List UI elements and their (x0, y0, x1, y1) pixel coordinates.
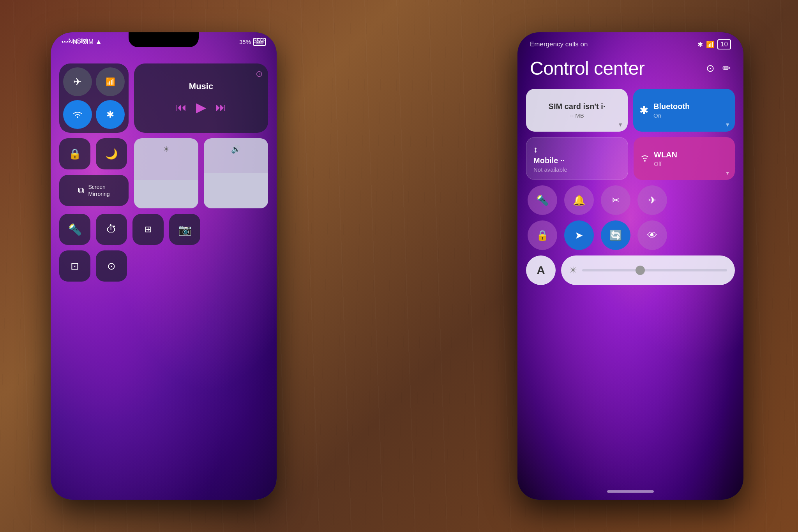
iphone-middle-section: 🔒 🌙 ⧉ ScreenMirroring (59, 138, 268, 208)
iphone-top-row: ✈ 📶 ✱ (59, 63, 268, 133)
screen-mirroring-button[interactable]: ⧉ ScreenMirroring (59, 175, 129, 206)
bluetooth-tile-icon: ✱ (639, 104, 648, 117)
calculator-icon: ⊞ (145, 224, 152, 234)
iphone-control-center: ✈ 📶 ✱ (59, 63, 268, 282)
android-controls: SIM card isn't i· -- MB ▼ ✱ Bluetooth On… (526, 89, 735, 291)
android-control-center-title-row: Control center ⊙ ✏ (530, 58, 731, 79)
wlan-icon (640, 152, 650, 165)
android-statusbar: Emergency calls on ✱ 📶 10 (517, 39, 743, 49)
wlan-label: WLAN (654, 150, 677, 159)
play-button[interactable]: ▶ (196, 99, 206, 115)
timer-icon: ⏱ (106, 223, 117, 236)
emergency-calls-label: Emergency calls on (530, 41, 588, 48)
android-flashlight-button[interactable]: 🔦 (528, 185, 557, 215)
mobile-sublabel: Not available (533, 166, 621, 173)
iphone-notch (129, 32, 199, 47)
brightness-icon: ☀ (569, 265, 577, 276)
qr-scanner-icon: ⊡ (71, 260, 79, 272)
airplay-icon: ⊙ (256, 69, 263, 79)
bluetooth-arrow-icon: ▼ (725, 122, 730, 128)
wlan-sublabel: Off (654, 160, 677, 167)
bluetooth-button[interactable]: ✱ (96, 100, 125, 129)
android-accessibility-button[interactable]: A (526, 255, 556, 285)
bluetooth-label-group: Bluetooth On (653, 102, 690, 119)
music-block: ⊙ Music ⏮ ▶ ⏭ (134, 63, 268, 133)
android-tile-row-2: ↕ Mobile ·· Not available WLAN Off ▼ (526, 137, 735, 180)
calculator-button[interactable]: ⊞ (132, 214, 164, 245)
do-not-disturb-button[interactable]: 🌙 (96, 138, 127, 169)
android-scissors-icon: ✂ (611, 194, 620, 206)
iphone-device: .... No SIM 35% •••• No SIM ▲ 35% (51, 32, 277, 500)
screen-mirroring-label: ScreenMirroring (88, 183, 109, 197)
iphone-signal-area: •••• No SIM ▲ (62, 38, 102, 46)
music-controls: ⏮ ▶ ⏭ (176, 99, 226, 115)
android-quick-row-1: 🔦 🔔 ✂ ✈ (526, 185, 735, 215)
android-screen: Emergency calls on ✱ 📶 10 Control center… (517, 32, 743, 500)
cellular-icon: 📶 (106, 77, 115, 86)
android-eye-icon: 👁 (647, 229, 657, 241)
screen-record-button[interactable]: ⊙ (96, 250, 127, 282)
camera-icon: 📷 (178, 223, 192, 236)
android-bottom-row: A ☀ (526, 255, 735, 285)
iphone-bottom-rows: 🔦 ⏱ ⊞ 📷 ⊡ (59, 214, 268, 282)
android-lock-icon: 🔒 (536, 229, 549, 241)
android-quick-row-2: 🔒 ➤ 🔄 👁 (526, 220, 735, 250)
android-eye-button[interactable]: 👁 (637, 220, 667, 250)
music-title: Music (189, 81, 213, 92)
wlan-label-group: WLAN Off (654, 150, 677, 167)
android-airplane-icon: ✈ (648, 194, 657, 206)
qr-scanner-button[interactable]: ⊡ (59, 250, 90, 282)
sliders-block: ☀ 🔊 (134, 138, 268, 208)
android-tile-row-1: SIM card isn't i· -- MB ▼ ✱ Bluetooth On… (526, 89, 735, 132)
android-title-actions: ⊙ ✏ (706, 62, 731, 74)
connectivity-block: ✈ 📶 ✱ (59, 63, 129, 133)
cellular-button[interactable]: 📶 (96, 67, 125, 96)
iphone-left-middle: 🔒 🌙 ⧉ ScreenMirroring (59, 138, 129, 208)
android-title-text: Control center (530, 58, 644, 79)
wlan-arrow-icon: ▼ (725, 170, 730, 176)
sim-sublabel: -- MB (533, 112, 621, 119)
battery-percent: 35% (239, 39, 251, 45)
android-device: Emergency calls on ✱ 📶 10 Control center… (517, 32, 743, 500)
screen-record-icon: ⊙ (107, 260, 116, 272)
android-airplane-button[interactable]: ✈ (637, 185, 667, 215)
android-battery-icon: 10 (717, 39, 731, 49)
android-rotation-icon: 🔄 (609, 229, 622, 241)
brightness-track (582, 269, 727, 271)
android-location-button[interactable]: ➤ (564, 220, 594, 250)
battery-icon (253, 38, 266, 46)
sim-card-tile[interactable]: SIM card isn't i· -- MB ▼ (526, 89, 628, 132)
iphone-battery-area: 35% (239, 38, 266, 46)
scene: .... No SIM 35% •••• No SIM ▲ 35% (0, 0, 798, 532)
brightness-slider[interactable]: ☀ (134, 138, 198, 208)
android-scissors-button[interactable]: ✂ (601, 185, 630, 215)
android-lock-button[interactable]: 🔒 (528, 220, 557, 250)
android-bell-button[interactable]: 🔔 (564, 185, 594, 215)
bluetooth-ctrl-icon: ✱ (106, 109, 114, 120)
android-privacy-icon[interactable]: ⊙ (706, 62, 715, 74)
mobile-data-tile[interactable]: ↕ Mobile ·· Not available (526, 137, 628, 180)
timer-button[interactable]: ⏱ (96, 214, 127, 245)
camera-button[interactable]: 📷 (169, 214, 200, 245)
rewind-button[interactable]: ⏮ (176, 101, 187, 114)
rotation-lock-icon: 🔒 (69, 148, 81, 160)
android-edit-icon[interactable]: ✏ (722, 62, 731, 74)
android-bell-icon: 🔔 (573, 194, 585, 206)
wlan-tile[interactable]: WLAN Off ▼ (634, 137, 735, 180)
android-brightness-slider[interactable]: ☀ (561, 255, 735, 285)
signal-dots: •••• (62, 39, 71, 45)
wifi-button[interactable] (63, 100, 92, 129)
volume-slider[interactable]: 🔊 (204, 138, 268, 208)
flashlight-button[interactable]: 🔦 (59, 214, 90, 245)
bluetooth-tile[interactable]: ✱ Bluetooth On ▼ (633, 89, 735, 132)
forward-button[interactable]: ⏭ (215, 101, 226, 114)
screen-rotation-lock-button[interactable]: 🔒 (59, 138, 90, 169)
mobile-label: Mobile ·· (533, 156, 621, 165)
screen-mirror-icon: ⧉ (78, 185, 84, 196)
wifi-icon: ▲ (95, 38, 102, 46)
android-rotation-lock-button[interactable]: 🔄 (601, 220, 630, 250)
flashlight-icon: 🔦 (68, 223, 82, 236)
android-battery-label: 10 (720, 41, 728, 48)
airplane-mode-button[interactable]: ✈ (63, 67, 92, 96)
android-home-bar (607, 490, 654, 493)
